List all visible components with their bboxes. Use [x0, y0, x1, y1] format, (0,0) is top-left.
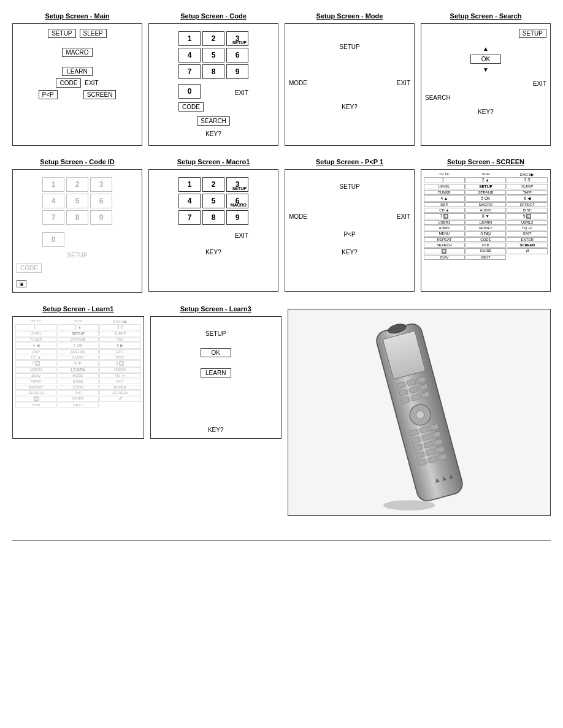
btn-macro[interactable]: MACRO [62, 48, 93, 57]
label-exit-main: EXIT [85, 80, 98, 86]
m1-num-2[interactable]: 2 [202, 177, 224, 192]
num-3[interactable]: 3SETUP [226, 31, 248, 46]
pcp1-key: KEY? [342, 249, 358, 256]
l3-setup: SETUP [205, 330, 226, 337]
numpad-code-id: 1 2 3 4 5 6 7 8 9 [42, 177, 112, 225]
btn-learn[interactable]: LEARN [62, 67, 93, 76]
m1-num-7[interactable]: 7 [178, 210, 201, 225]
label-mode: MODE [289, 80, 307, 86]
svg-point-30 [383, 500, 435, 510]
m1-num-3[interactable]: 3SETUP [226, 177, 248, 192]
numpad-code: 1 2 3SETUP 4 5 6 7 8 9 [178, 31, 248, 79]
screen-macro1: 1 2 3SETUP 4 5 6MACRO 7 8 9 EXIT KEY? [148, 169, 278, 292]
screen-code: 1 2 3SETUP 4 5 6 7 8 9 0 EXIT CODE SEARC… [148, 23, 278, 146]
pcp1-exit: EXIT [397, 213, 410, 220]
cid-num-5: 5 [66, 194, 88, 208]
l3-key: KEY? [208, 427, 224, 433]
title-learn3: Setup Screen - Learn3 [150, 305, 282, 313]
title-code-id: Setup Screen - Code ID [12, 158, 142, 165]
page-divider [12, 540, 551, 541]
num-9[interactable]: 9 [226, 64, 248, 79]
btn-ok-search[interactable]: OK [470, 55, 501, 64]
title-mode: Setup Screen - Mode [285, 12, 415, 20]
l3-learn[interactable]: LEARN [201, 368, 231, 377]
title-screen-full: Setup Screen - SCREEN [421, 158, 551, 165]
cid-num-7: 7 [42, 210, 64, 225]
title-code: Setup Screen - Code [148, 12, 278, 20]
numpad-macro1: 1 2 3SETUP 4 5 6MACRO 7 8 9 [178, 177, 248, 225]
label-search-search: SEARCH [425, 94, 451, 101]
cid-num-2: 2 [66, 177, 88, 192]
screen-main: SETUP SLEEP MACRO LEARN CODE EXIT P<P SC… [12, 23, 142, 146]
label-key-mode: KEY? [342, 104, 358, 110]
m1-num-6[interactable]: 6MACRO [226, 194, 248, 208]
cid-num-1: 1 [42, 177, 64, 192]
cid-num-9: 9 [90, 210, 112, 225]
num-7[interactable]: 7 [178, 64, 201, 79]
cid-num-6: 6 [90, 194, 112, 208]
label-exit-code: EXIT [235, 89, 248, 96]
m1-num-4[interactable]: 4 [178, 194, 201, 208]
num-6[interactable]: 6 [226, 48, 248, 63]
title-pcp1: Setup Screen - P<P 1 [285, 158, 415, 165]
remote-photo-box: ▲▲▲ [288, 309, 551, 516]
screen-search: SETUP OK EXIT SEARCH KEY? [421, 23, 551, 146]
num-8[interactable]: 8 [202, 64, 224, 79]
cid-code-btn: CODE [17, 264, 42, 273]
label-key-search: KEY? [478, 108, 494, 115]
btn-setup-search[interactable]: SETUP [519, 29, 546, 38]
num-2[interactable]: 2 [202, 31, 224, 46]
cid-setup: SETUP [67, 252, 87, 259]
pcp1-pcp: P<P [343, 231, 355, 238]
num-5[interactable]: 5 [202, 48, 224, 63]
btn-code-code[interactable]: CODE [178, 102, 204, 112]
screen-learn1: TV TC VCR DVD D▶ 1 ᐧ 2 ▲ 3 S LEVEL SETUP… [12, 316, 144, 439]
remote-svg: ▲▲▲ [358, 314, 481, 510]
cid-num-4: 4 [42, 194, 64, 208]
l3-ok[interactable]: OK [201, 348, 231, 357]
screen-learn3: SETUP OK LEARN KEY? [150, 316, 282, 439]
title-macro1: Setup Screen - Macro1 [148, 158, 278, 165]
m1-num-8[interactable]: 8 [202, 210, 224, 225]
num-0[interactable]: 0 [178, 84, 201, 99]
btn-pcp[interactable]: P<P [39, 90, 58, 99]
btn-setup[interactable]: SETUP [48, 29, 75, 38]
m1-exit: EXIT [235, 232, 248, 239]
pcp1-setup: SETUP [339, 183, 359, 190]
screen-pcp1: SETUP MODE EXIT P<P KEY? [285, 169, 415, 292]
btn-sleep[interactable]: SLEEP [80, 29, 107, 38]
label-key-code: KEY? [205, 131, 221, 137]
btn-search-code[interactable]: SEARCH [197, 116, 230, 126]
label-exit-mode: EXIT [397, 80, 410, 86]
screen-code-id: 1 2 3 4 5 6 7 8 9 0 SETUP CODE ▣ [12, 169, 142, 293]
screen-mode: SETUP MODE EXIT KEY? [285, 23, 415, 146]
cid-num-8: 8 [66, 210, 88, 225]
m1-num-9[interactable]: 9 [226, 210, 248, 225]
cid-num-3: 3 [90, 177, 112, 192]
num-4[interactable]: 4 [178, 48, 201, 63]
label-setup-mode: SETUP [339, 44, 359, 50]
screen-screen-full: TV TC VCR DVD D▶ 1 ᐧ 2 ▲ 3 S LEVEL SETUP… [421, 169, 551, 292]
btn-code[interactable]: CODE [56, 78, 81, 88]
title-main: Setup Screen - Main [12, 12, 142, 20]
title-learn1: Setup Screen - Learn1 [12, 305, 144, 313]
title-search: Setup Screen - Search [421, 12, 551, 20]
btn-screen[interactable]: SCREEN [83, 90, 117, 99]
arrow-up-search[interactable] [483, 45, 489, 52]
num-1[interactable]: 1 [178, 31, 201, 46]
arrow-down-search[interactable] [483, 66, 489, 73]
m1-num-1[interactable]: 1 [178, 177, 201, 192]
m1-num-5[interactable]: 5 [202, 194, 224, 208]
m1-key: KEY? [205, 249, 221, 256]
pcp1-mode: MODE [289, 213, 307, 220]
label-exit-search: EXIT [533, 80, 546, 87]
